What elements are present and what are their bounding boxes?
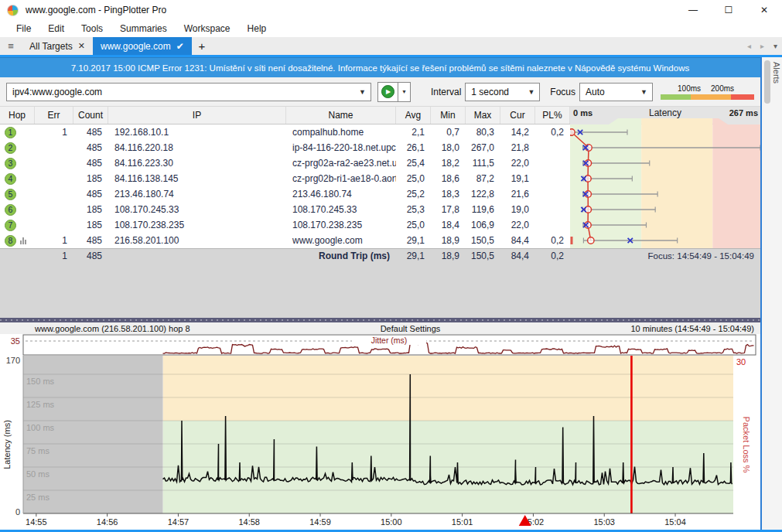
column-header-hop[interactable]: Hop [0, 107, 35, 124]
tab-scroll-left-icon[interactable]: ◂ [747, 42, 751, 50]
hop-number-badge: 5 [5, 189, 16, 200]
timeline-graph-wrap: 150 ms125 ms100 ms75 ms50 ms25 ms14:5514… [0, 356, 760, 527]
rt-max: 150,5 [466, 249, 500, 264]
start-trace-button[interactable]: ▶ [377, 82, 398, 102]
new-tab-button[interactable]: + [192, 37, 212, 55]
tab-close-icon[interactable]: ✕ [78, 41, 85, 51]
alert-banner: 7.10.2017 15:00 ICMP Error 1231: Umístěn… [0, 57, 760, 77]
hop-ip: 84.116.220.18 [108, 140, 286, 155]
hop-count: 485 [73, 155, 108, 171]
menu-workspace[interactable]: Workspace [176, 23, 239, 34]
hop-cur: 19,0 [500, 202, 535, 217]
legend-orange-segment [691, 94, 731, 100]
hop-name: cz-prg02a-ra2-ae23.net.up [286, 155, 396, 171]
bar-chart-icon [20, 237, 26, 244]
svg-text:15:00: 15:00 [381, 517, 402, 527]
hop-ip: 192.168.10.1 [108, 124, 286, 140]
column-header-max[interactable]: Max [466, 107, 500, 124]
alerts-scrollbar-thumb[interactable] [764, 60, 770, 104]
column-header-err[interactable]: Err [35, 107, 73, 124]
column-header-ip[interactable]: IP [108, 107, 286, 124]
svg-text:50 ms: 50 ms [26, 469, 50, 479]
column-header-name[interactable]: Name [286, 107, 396, 124]
focus-combobox[interactable]: Auto ▼ [579, 83, 653, 101]
legend-green-segment [661, 94, 691, 100]
column-header-min[interactable]: Min [431, 107, 466, 124]
focus-value: Auto [586, 87, 605, 97]
maximize-button[interactable]: ☐ [711, 0, 746, 20]
legend-color-bar [661, 94, 754, 100]
hop-min: 0,7 [431, 124, 466, 140]
round-trip-row: 1 485 Round Trip (ms) 29,1 18,9 150,5 84… [0, 248, 760, 264]
hop-count: 185 [73, 202, 108, 217]
alerts-tab[interactable]: Alerts [772, 62, 781, 84]
hop-pl [535, 186, 570, 202]
hop-avg: 25,2 [396, 186, 431, 202]
svg-text:125 ms: 125 ms [26, 400, 55, 409]
chevron-down-icon[interactable]: ▼ [354, 88, 371, 96]
hop-avg: 29,1 [396, 233, 431, 248]
legend-red-segment [731, 94, 754, 100]
menu-help[interactable]: Help [239, 23, 275, 34]
hop-name: 213.46.180.74 [286, 186, 396, 202]
hop-cur: 19,1 [500, 171, 535, 186]
latency-color-legend: 100ms 200ms [661, 84, 754, 100]
menu-edit[interactable]: Edit [39, 23, 73, 34]
chevron-down-icon[interactable]: ▼ [523, 88, 539, 96]
hamburger-icon[interactable]: ≡ [0, 37, 22, 55]
column-header-cur[interactable]: Cur [500, 107, 535, 124]
rt-label: Round Trip (ms) [286, 249, 396, 264]
svg-text:30: 30 [736, 357, 746, 367]
hop-pl [535, 217, 570, 233]
column-header-avg[interactable]: Avg [396, 107, 431, 124]
hop-max: 267,0 [466, 140, 500, 155]
title-bar: www.google.com - PingPlotter Pro — ☐ ✕ [0, 0, 782, 20]
trace-empty-area [0, 264, 760, 318]
menu-summaries[interactable]: Summaries [111, 23, 176, 34]
hop-count: 185 [73, 217, 108, 233]
tab-list-dropdown-icon[interactable]: ▾ [773, 42, 777, 50]
hop-count: 485 [73, 140, 108, 155]
svg-text:150 ms: 150 ms [26, 377, 55, 386]
svg-text:15:01: 15:01 [452, 517, 473, 527]
interval-combobox[interactable]: 1 second ▼ [465, 83, 540, 101]
hop-number-badge: 1 [5, 127, 16, 138]
hop-count: 485 [73, 186, 108, 202]
start-trace-split-button: ▶ ▾ [377, 82, 411, 102]
window-title: www.google.com - PingPlotter Pro [26, 5, 166, 15]
hop-cur: 21,6 [500, 186, 535, 202]
tab-scroll-right-icon[interactable]: ▸ [760, 42, 764, 50]
play-icon: ▶ [381, 85, 394, 98]
hop-name: www.google.com [286, 233, 396, 248]
pingplotter-window: www.google.com - PingPlotter Pro — ☐ ✕ F… [0, 0, 782, 532]
minimize-button[interactable]: — [675, 0, 711, 20]
tab-www-google-com[interactable]: www.google.com ✔ [93, 37, 192, 55]
app-logo-icon [7, 5, 19, 16]
hop-pl: 0,2 [535, 233, 570, 248]
hop-count: 185 [73, 171, 108, 186]
hop-cur: 22,0 [500, 155, 535, 171]
focus-range-label: Focus: 14:54:49 - 15:04:49 [570, 249, 760, 264]
menu-file[interactable]: File [8, 23, 39, 34]
svg-text:14:57: 14:57 [168, 517, 190, 527]
chevron-down-icon[interactable]: ▼ [636, 88, 652, 96]
timeline-graph[interactable]: 150 ms125 ms100 ms75 ms50 ms25 ms14:5514… [0, 356, 760, 527]
svg-text:35: 35 [11, 336, 20, 346]
tab-all-targets-label: All Targets [29, 41, 73, 52]
hop-name: 108.170.238.235 [286, 217, 396, 233]
column-header-pl[interactable]: PL% [535, 107, 570, 124]
hop-min: 18,4 [431, 217, 466, 233]
close-button[interactable]: ✕ [746, 0, 782, 20]
target-combobox[interactable]: ipv4:www.google.com ▼ [6, 83, 371, 101]
hop-pl: 0,2 [535, 124, 570, 140]
start-trace-dropdown[interactable]: ▾ [398, 82, 411, 102]
legend-100ms-label: 100ms [678, 84, 701, 94]
hop-pl [535, 171, 570, 186]
menu-tools[interactable]: Tools [73, 23, 111, 34]
hop-err [35, 202, 73, 217]
hop-max: 106,9 [466, 217, 500, 233]
alerts-panel-strip: Alerts [760, 57, 782, 530]
tab-all-targets[interactable]: All Targets ✕ [22, 37, 93, 55]
column-header-count[interactable]: Count [73, 107, 108, 124]
window-controls: — ☐ ✕ [675, 0, 782, 20]
